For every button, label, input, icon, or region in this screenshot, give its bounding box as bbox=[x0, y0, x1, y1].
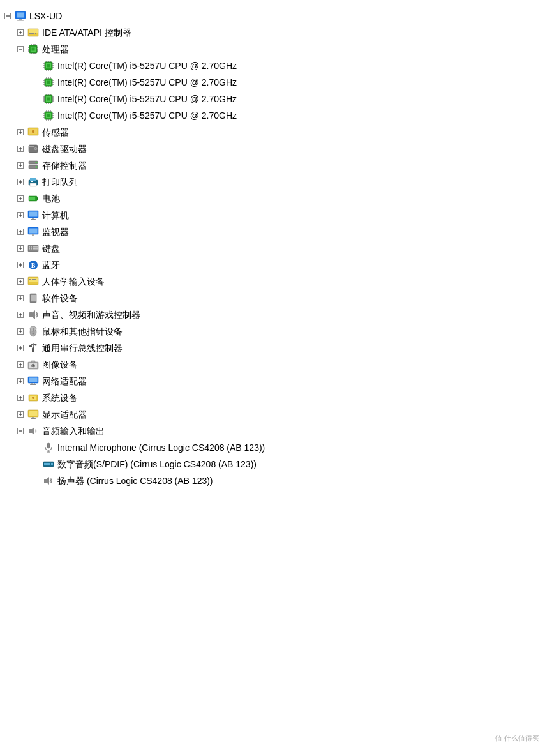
toggle-usb[interactable] bbox=[15, 343, 26, 353]
svg-rect-207 bbox=[30, 384, 36, 385]
toggle-root[interactable] bbox=[3, 11, 13, 21]
tree-item-processor[interactable]: 处理器 bbox=[0, 41, 552, 57]
tree-item-usb[interactable]: 通用串行总线控制器 bbox=[0, 340, 552, 356]
svg-text:B: B bbox=[31, 262, 36, 269]
svg-rect-49 bbox=[47, 81, 50, 84]
svg-rect-227 bbox=[44, 463, 50, 465]
tree-item-spdif[interactable]: 数字音频(S/PDIF) (Cirrus Logic CS4208 (AB 12… bbox=[0, 456, 552, 472]
svg-rect-205 bbox=[31, 383, 33, 384]
svg-rect-228 bbox=[51, 463, 53, 465]
mic-icon bbox=[42, 441, 55, 454]
tree-item-sysdev[interactable]: 系统设备 bbox=[0, 389, 552, 406]
toggle-softdev[interactable] bbox=[15, 293, 26, 303]
label-bluetooth: 蓝牙 bbox=[42, 258, 60, 272]
toggle-imaging[interactable] bbox=[15, 359, 26, 370]
toggle-monitor[interactable] bbox=[15, 227, 26, 237]
tree-item-cpu3[interactable]: Intel(R) Core(TM) i5-5257U CPU @ 2.70GHz bbox=[0, 91, 552, 107]
tree-item-storage[interactable]: 存储控制器 bbox=[0, 157, 552, 174]
label-mic: Internal Microphone (Cirrus Logic CS4208… bbox=[57, 441, 265, 455]
tree-item-computer[interactable]: 计算机 bbox=[0, 207, 552, 223]
tree-item-sensor[interactable]: 传感器 bbox=[0, 124, 552, 140]
tree-item-hid[interactable]: 人体学输入设备 bbox=[0, 273, 552, 290]
tree-item-display[interactable]: 显示适配器 bbox=[0, 406, 552, 423]
svg-rect-117 bbox=[30, 183, 36, 186]
softdev-icon bbox=[27, 292, 40, 305]
toggle-audio[interactable] bbox=[15, 426, 26, 436]
tree-item-network[interactable]: 网络适配器 bbox=[0, 373, 552, 389]
svg-rect-204 bbox=[29, 378, 38, 382]
toggle-hid[interactable] bbox=[15, 276, 26, 287]
toggle-display[interactable] bbox=[15, 409, 26, 420]
processor-icon bbox=[42, 59, 55, 72]
toggle-computer[interactable] bbox=[15, 210, 26, 220]
toggle-printer[interactable] bbox=[15, 177, 26, 187]
device-manager-tree: LSX-UD IDE ATA/ATAPI 控制器 bbox=[0, 5, 552, 492]
svg-rect-79 bbox=[47, 114, 50, 117]
toggle-battery[interactable] bbox=[15, 193, 26, 204]
processor-icon bbox=[27, 43, 40, 56]
svg-rect-174 bbox=[29, 312, 33, 317]
svg-rect-124 bbox=[29, 197, 35, 200]
tree-item-monitor[interactable]: 监视器 bbox=[0, 223, 552, 240]
toggle-keyboard[interactable] bbox=[15, 243, 26, 253]
tree-item-audio[interactable]: 音频输入和输出 bbox=[0, 423, 552, 439]
svg-rect-220 bbox=[31, 418, 36, 419]
toggle-network[interactable] bbox=[15, 376, 26, 386]
label-cpu1: Intel(R) Core(TM) i5-5257U CPU @ 2.70GHz bbox=[57, 59, 237, 73]
label-sysdev: 系统设备 bbox=[42, 391, 78, 405]
toggle-storage[interactable] bbox=[15, 160, 26, 170]
tree-item-battery[interactable]: 电池 bbox=[0, 190, 552, 207]
tree-item-speaker[interactable]: 扬声器 (Cirrus Logic CS4208 (AB 123)) bbox=[0, 472, 552, 489]
tree-item-keyboard[interactable]: 键盘 bbox=[0, 240, 552, 257]
toggle-processor[interactable] bbox=[15, 44, 26, 54]
label-storage: 存储控制器 bbox=[42, 158, 87, 172]
label-ide: IDE ATA/ATAPI 控制器 bbox=[42, 26, 131, 40]
svg-rect-148 bbox=[29, 248, 30, 250]
svg-rect-188 bbox=[29, 345, 32, 347]
tree-item-softdev[interactable]: 软件设备 bbox=[0, 290, 552, 306]
tree-item-mic[interactable]: Internal Microphone (Cirrus Logic CS4208… bbox=[0, 439, 552, 456]
tree-item-mouse[interactable]: 鼠标和其他指针设备 bbox=[0, 323, 552, 340]
tree-item-imaging[interactable]: 图像设备 bbox=[0, 356, 552, 373]
speaker-icon bbox=[42, 474, 55, 487]
label-spdif: 数字音频(S/PDIF) (Cirrus Logic CS4208 (AB 12… bbox=[57, 457, 257, 471]
label-battery: 电池 bbox=[42, 192, 60, 206]
svg-rect-11 bbox=[29, 33, 31, 34]
label-cpu2: Intel(R) Core(TM) i5-5257U CPU @ 2.70GHz bbox=[57, 75, 237, 89]
label-audio: 音频输入和输出 bbox=[42, 424, 105, 438]
processor-icon bbox=[42, 93, 55, 105]
svg-rect-218 bbox=[29, 411, 38, 416]
svg-rect-34 bbox=[47, 64, 50, 68]
disk-icon bbox=[27, 142, 40, 155]
svg-rect-151 bbox=[36, 248, 38, 250]
label-cpu4: Intel(R) Core(TM) i5-5257U CPU @ 2.70GHz bbox=[57, 109, 237, 123]
toggle-bluetooth[interactable] bbox=[15, 260, 26, 270]
tree-item-cpu2[interactable]: Intel(R) Core(TM) i5-5257U CPU @ 2.70GHz bbox=[0, 74, 552, 91]
svg-rect-123 bbox=[37, 197, 38, 200]
svg-rect-138 bbox=[31, 236, 36, 236]
tree-item-printer[interactable]: 打印队列 bbox=[0, 174, 552, 190]
svg-rect-97 bbox=[32, 130, 34, 133]
tree-item-sound[interactable]: 声音、视频和游戏控制器 bbox=[0, 306, 552, 323]
label-sensor: 传感器 bbox=[42, 125, 69, 139]
tree-item-ide[interactable]: IDE ATA/ATAPI 控制器 bbox=[0, 24, 552, 41]
tree-item-root[interactable]: LSX-UD bbox=[0, 8, 552, 24]
battery-icon bbox=[27, 192, 40, 205]
tree-item-bluetooth[interactable]: B蓝牙 bbox=[0, 257, 552, 273]
toggle-sound[interactable] bbox=[15, 310, 26, 320]
toggle-diskdrive[interactable] bbox=[15, 144, 26, 154]
svg-rect-5 bbox=[17, 20, 24, 21]
svg-rect-145 bbox=[33, 246, 34, 248]
svg-rect-161 bbox=[29, 278, 38, 282]
toggle-ide[interactable] bbox=[15, 27, 26, 38]
svg-point-198 bbox=[33, 365, 34, 367]
tree-item-diskdrive[interactable]: 磁盘驱动器 bbox=[0, 140, 552, 157]
toggle-sensor[interactable] bbox=[15, 127, 26, 137]
tree-item-cpu4[interactable]: Intel(R) Core(TM) i5-5257U CPU @ 2.70GHz bbox=[0, 107, 552, 124]
imaging-icon bbox=[27, 358, 40, 371]
toggle-sysdev[interactable] bbox=[15, 393, 26, 403]
svg-point-104 bbox=[35, 148, 36, 149]
toggle-mouse[interactable] bbox=[15, 326, 26, 336]
svg-rect-149 bbox=[31, 248, 32, 250]
tree-item-cpu1[interactable]: Intel(R) Core(TM) i5-5257U CPU @ 2.70GHz bbox=[0, 57, 552, 74]
